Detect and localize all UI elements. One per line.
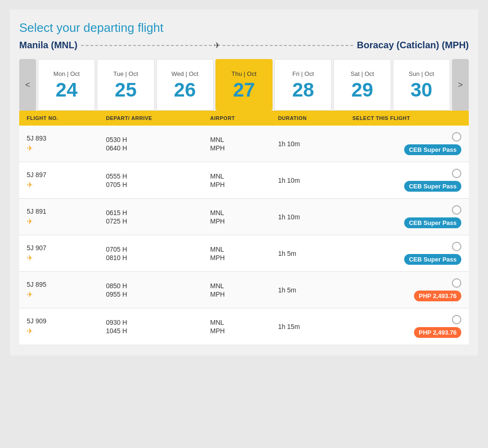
depart-time: 0615 H bbox=[106, 209, 195, 217]
price-badge[interactable]: PHP 2,493.76 bbox=[414, 327, 461, 338]
airport-to: MPH bbox=[210, 217, 263, 225]
date-number: 26 bbox=[174, 80, 196, 100]
main-container: Select your departing flight Manila (MNL… bbox=[10, 9, 478, 356]
flight-no-cell: 5J 895✈ bbox=[19, 272, 98, 308]
depart-arrive-cell: 0530 H0640 H bbox=[98, 126, 203, 162]
select-radio[interactable] bbox=[452, 205, 461, 215]
select-cell: CEB Super Pass bbox=[345, 199, 469, 235]
th-select: SELECT THIS FLIGHT bbox=[345, 111, 469, 126]
airport-to: MPH bbox=[210, 291, 263, 298]
arrive-time: 0810 H bbox=[106, 254, 195, 261]
depart-time: 0705 H bbox=[106, 246, 195, 253]
depart-time: 0530 H bbox=[106, 136, 195, 143]
date-selector: < Mon | Oct24Tue | Oct25Wed | Oct26Thu |… bbox=[19, 59, 469, 111]
flight-plane-icon: ✈ bbox=[27, 290, 91, 299]
flight-no-cell: 5J 897✈ bbox=[19, 162, 98, 199]
table-row: 5J 909✈0930 H1045 HMNLMPH1h 15mPHP 2,493… bbox=[19, 308, 469, 345]
date-next-button[interactable]: > bbox=[452, 59, 469, 111]
select-cell: CEB Super Pass bbox=[345, 235, 469, 272]
airport-from: MNL bbox=[210, 319, 263, 326]
table-row: 5J 907✈0705 H0810 HMNLMPH1h 5mCEB Super … bbox=[19, 235, 469, 272]
select-cell: CEB Super Pass bbox=[345, 162, 469, 199]
flight-number: 5J 907 bbox=[27, 244, 91, 252]
airport-from: MNL bbox=[210, 246, 263, 253]
arrive-time: 0640 H bbox=[106, 144, 195, 152]
airport-cell: MNLMPH bbox=[203, 162, 271, 199]
depart-arrive-cell: 0555 H0705 H bbox=[98, 162, 203, 199]
duration-cell: 1h 5m bbox=[271, 272, 345, 308]
dashed-line-left bbox=[81, 45, 212, 46]
depart-arrive-cell: 0705 H0810 H bbox=[98, 235, 203, 272]
table-row: 5J 895✈0850 H0955 HMNLMPH1h 5mPHP 2,493.… bbox=[19, 272, 469, 308]
flight-number: 5J 893 bbox=[27, 134, 91, 142]
th-depart-arrive: DEPART/ ARRIVE bbox=[98, 111, 203, 126]
select-radio[interactable] bbox=[452, 278, 461, 288]
th-duration: DURATION bbox=[271, 111, 345, 126]
date-card-sun-oct-30[interactable]: Sun | Oct30 bbox=[393, 59, 450, 111]
route-destination: Boracay (Caticlan) (MPH) bbox=[357, 40, 469, 51]
table-body: 5J 893✈0530 H0640 HMNLMPH1h 10mCEB Super… bbox=[19, 126, 469, 344]
date-number: 27 bbox=[233, 80, 255, 100]
date-day-label: Fri | Oct bbox=[292, 70, 314, 77]
flight-number: 5J 897 bbox=[27, 171, 91, 179]
flight-no-cell: 5J 891✈ bbox=[19, 199, 98, 235]
select-radio[interactable] bbox=[452, 315, 461, 324]
date-day-label: Sun | Oct bbox=[409, 70, 434, 77]
select-radio[interactable] bbox=[452, 242, 461, 251]
price-badge[interactable]: CEB Super Pass bbox=[404, 217, 461, 228]
route-bar: Manila (MNL) ✈ Boracay (Caticlan) (MPH) bbox=[19, 40, 469, 51]
arrive-time: 0725 H bbox=[106, 217, 195, 225]
airport-from: MNL bbox=[210, 209, 263, 217]
depart-time: 0555 H bbox=[106, 172, 195, 180]
duration-cell: 1h 15m bbox=[271, 308, 345, 345]
select-radio[interactable] bbox=[452, 169, 461, 178]
airport-from: MNL bbox=[210, 172, 263, 180]
date-card-wed-oct-26[interactable]: Wed | Oct26 bbox=[156, 59, 214, 111]
price-badge[interactable]: CEB Super Pass bbox=[404, 181, 461, 192]
date-number: 29 bbox=[351, 80, 373, 100]
dashed-line-right bbox=[222, 45, 353, 46]
flight-number: 5J 891 bbox=[27, 208, 91, 215]
flight-table: FLIGHT NO.DEPART/ ARRIVEAIRPORTDURATIONS… bbox=[19, 111, 469, 344]
flight-no-cell: 5J 907✈ bbox=[19, 235, 98, 272]
date-card-sat-oct-29[interactable]: Sat | Oct29 bbox=[333, 59, 391, 111]
date-day-label: Wed | Oct bbox=[171, 70, 198, 77]
date-prev-button[interactable]: < bbox=[19, 59, 36, 111]
date-cards: Mon | Oct24Tue | Oct25Wed | Oct26Thu | O… bbox=[38, 59, 450, 111]
flight-plane-icon: ✈ bbox=[27, 327, 91, 336]
date-number: 24 bbox=[56, 80, 78, 100]
depart-arrive-cell: 0615 H0725 H bbox=[98, 199, 203, 235]
price-badge[interactable]: CEB Super Pass bbox=[404, 144, 461, 155]
depart-time: 0850 H bbox=[106, 282, 195, 290]
airport-to: MPH bbox=[210, 144, 263, 152]
route-line: ✈ bbox=[81, 40, 353, 51]
table-header-row: FLIGHT NO.DEPART/ ARRIVEAIRPORTDURATIONS… bbox=[19, 111, 469, 126]
date-day-label: Mon | Oct bbox=[53, 70, 80, 77]
duration-cell: 1h 5m bbox=[271, 235, 345, 272]
duration-cell: 1h 10m bbox=[271, 162, 345, 199]
price-badge[interactable]: CEB Super Pass bbox=[404, 254, 461, 265]
price-badge[interactable]: PHP 2,493.76 bbox=[414, 291, 461, 301]
date-day-label: Thu | Oct bbox=[231, 70, 256, 77]
airport-from: MNL bbox=[210, 282, 263, 290]
flight-plane-icon: ✈ bbox=[27, 254, 91, 262]
flight-no-cell: 5J 893✈ bbox=[19, 126, 98, 162]
table-row: 5J 893✈0530 H0640 HMNLMPH1h 10mCEB Super… bbox=[19, 126, 469, 162]
date-day-label: Sat | Oct bbox=[350, 70, 374, 77]
arrive-time: 1045 H bbox=[106, 327, 195, 335]
table-header: FLIGHT NO.DEPART/ ARRIVEAIRPORTDURATIONS… bbox=[19, 111, 469, 126]
flight-number: 5J 895 bbox=[27, 281, 91, 288]
arrive-time: 0955 H bbox=[106, 291, 195, 298]
duration-cell: 1h 10m bbox=[271, 199, 345, 235]
select-radio[interactable] bbox=[452, 132, 461, 142]
date-number: 25 bbox=[115, 80, 137, 100]
date-card-fri-oct-28[interactable]: Fri | Oct28 bbox=[274, 59, 332, 111]
date-card-thu-oct-27[interactable]: Thu | Oct27 bbox=[215, 59, 273, 111]
depart-arrive-cell: 0850 H0955 H bbox=[98, 272, 203, 308]
route-origin: Manila (MNL) bbox=[19, 40, 77, 51]
date-card-tue-oct-25[interactable]: Tue | Oct25 bbox=[97, 59, 154, 111]
date-card-mon-oct-24[interactable]: Mon | Oct24 bbox=[38, 59, 95, 111]
select-cell: CEB Super Pass bbox=[345, 126, 469, 162]
date-day-label: Tue | Oct bbox=[113, 70, 138, 77]
airport-from: MNL bbox=[210, 136, 263, 143]
